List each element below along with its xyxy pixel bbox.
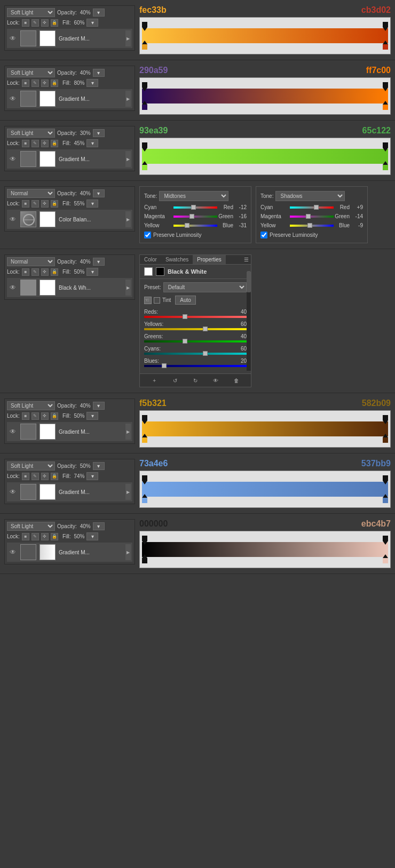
lock-check-1[interactable]: ■	[22, 19, 29, 27]
lock-brush-bw[interactable]: ✎	[31, 268, 39, 276]
lock-move-1[interactable]: ✜	[41, 19, 49, 27]
bot-marker-right-6[interactable]	[383, 558, 388, 563]
bot-marker-right-1[interactable]	[383, 44, 388, 50]
lock-move-5[interactable]: ✜	[41, 473, 49, 480]
top-marker-right-6[interactable]	[383, 536, 388, 541]
bot-marker-left-4[interactable]	[142, 437, 147, 443]
lock-check-cb[interactable]: ■	[22, 200, 29, 208]
fill-arrow-cb[interactable]: ▾	[86, 200, 98, 208]
blend-mode-select-bw[interactable]: Normal	[7, 257, 55, 266]
reds-thumb[interactable]	[183, 314, 187, 319]
top-marker-left-4[interactable]	[142, 415, 147, 420]
layer-expand-4[interactable]: ▶	[125, 424, 131, 440]
greens-thumb[interactable]	[183, 339, 187, 344]
opacity-arrow-5[interactable]: ▾	[93, 462, 105, 470]
cb-cyan-red-thumb-shad[interactable]	[314, 205, 319, 210]
opacity-arrow-3[interactable]: ▾	[93, 129, 105, 137]
blend-mode-select-2[interactable]: Soft Light	[7, 68, 55, 77]
opacity-arrow-4[interactable]: ▾	[93, 402, 105, 410]
top-marker-right-2[interactable]	[383, 82, 388, 87]
lock-check-6[interactable]: ■	[22, 533, 29, 540]
opacity-arrow-cb[interactable]: ▾	[93, 189, 105, 197]
eye-icon-bw[interactable]: 👁	[9, 283, 17, 292]
bot-marker-right-4[interactable]	[383, 437, 388, 443]
lock-brush-2[interactable]: ✎	[31, 79, 39, 87]
eye-icon-4[interactable]: 👁	[9, 427, 17, 436]
layer-expand-cb[interactable]: ▶	[125, 211, 131, 227]
visibility-icon[interactable]: 👁	[211, 376, 220, 385]
fill-arrow-1[interactable]: ▾	[86, 19, 98, 27]
tone-select-mid[interactable]: Midtones	[159, 191, 228, 201]
lock-brush-cb[interactable]: ✎	[31, 200, 39, 208]
refresh-icon[interactable]: ↺	[171, 376, 179, 385]
fill-arrow-3[interactable]: ▾	[86, 139, 98, 147]
top-marker-right-1[interactable]	[383, 22, 388, 27]
yellows-thumb[interactable]	[203, 327, 208, 331]
panel-menu-icon[interactable]: ☰	[242, 255, 251, 264]
opacity-arrow-bw[interactable]: ▾	[93, 258, 105, 266]
blend-mode-select-5[interactable]: Soft Light	[7, 461, 55, 471]
cb-magenta-green-thumb-mid[interactable]	[189, 214, 194, 219]
bot-marker-left-6[interactable]	[142, 558, 147, 563]
blend-mode-select-cb[interactable]: Normal	[7, 189, 55, 198]
lock-check-bw[interactable]: ■	[22, 268, 29, 276]
fill-arrow-4[interactable]: ▾	[86, 412, 98, 420]
blend-mode-select-1[interactable]: Soft Light	[7, 8, 55, 17]
lock-check-3[interactable]: ■	[22, 140, 29, 147]
cyans-thumb[interactable]	[203, 351, 208, 356]
blend-mode-select-4[interactable]: Soft Light	[7, 401, 55, 410]
tab-color[interactable]: Color	[140, 255, 161, 264]
lock-move-bw[interactable]: ✜	[41, 268, 49, 276]
lock-check-5[interactable]: ■	[22, 473, 29, 480]
fill-arrow-6[interactable]: ▾	[86, 532, 98, 540]
fill-arrow-2[interactable]: ▾	[86, 79, 98, 87]
auto-button[interactable]: Auto	[175, 296, 196, 305]
props-scrollbar[interactable]	[247, 271, 251, 371]
lock-brush-3[interactable]: ✎	[31, 140, 39, 147]
bot-marker-left-2[interactable]	[142, 105, 147, 110]
lock-all-4[interactable]: 🔒	[51, 412, 58, 420]
lock-move-6[interactable]: ✜	[41, 533, 49, 540]
bot-marker-right-3[interactable]	[383, 165, 388, 170]
layer-expand-1[interactable]: ▶	[125, 30, 131, 46]
top-marker-left-6[interactable]	[142, 536, 147, 541]
tone-select-shad[interactable]: Shadows	[275, 191, 345, 201]
lock-move-3[interactable]: ✜	[41, 140, 49, 147]
lock-move-2[interactable]: ✜	[41, 79, 49, 87]
bot-marker-right-2[interactable]	[383, 105, 388, 110]
eye-icon-2[interactable]: 👁	[9, 94, 17, 103]
eye-icon-5[interactable]: 👁	[9, 488, 17, 496]
eye-icon-1[interactable]: 👁	[9, 34, 17, 43]
layer-expand-6[interactable]: ▶	[125, 544, 131, 560]
layer-expand-bw[interactable]: ▶	[125, 280, 131, 296]
layer-expand-3[interactable]: ▶	[125, 151, 131, 167]
bot-marker-left-3[interactable]	[142, 165, 147, 170]
blend-mode-select-6[interactable]: Soft Light	[7, 522, 55, 531]
lock-brush-6[interactable]: ✎	[31, 533, 39, 540]
fill-arrow-bw[interactable]: ▾	[86, 268, 98, 276]
top-marker-left-1[interactable]	[142, 22, 147, 27]
tint-checkbox[interactable]	[154, 297, 160, 304]
tab-swatches[interactable]: Swatches	[161, 255, 193, 264]
layer-expand-2[interactable]: ▶	[125, 91, 131, 107]
top-marker-right-5[interactable]	[383, 475, 388, 481]
bot-marker-left-5[interactable]	[142, 498, 147, 503]
lock-all-3[interactable]: 🔒	[51, 140, 58, 147]
cb-yellow-blue-thumb-mid[interactable]	[185, 223, 189, 228]
lock-all-bw[interactable]: 🔒	[51, 268, 58, 276]
top-marker-right-4[interactable]	[383, 415, 388, 420]
undo-icon[interactable]: ↻	[191, 376, 200, 385]
lock-brush-1[interactable]: ✎	[31, 19, 39, 27]
eye-icon-3[interactable]: 👁	[9, 155, 17, 163]
fill-arrow-5[interactable]: ▾	[86, 472, 98, 480]
cb-magenta-green-thumb-shad[interactable]	[306, 214, 311, 219]
add-icon[interactable]: +	[150, 376, 159, 385]
preserve-check-mid[interactable]	[144, 232, 151, 238]
opacity-arrow-2[interactable]: ▾	[93, 69, 105, 77]
top-marker-right-3[interactable]	[383, 142, 388, 148]
blend-mode-select-3[interactable]: Soft Light	[7, 129, 55, 138]
lock-brush-5[interactable]: ✎	[31, 473, 39, 480]
eye-icon-6[interactable]: 👁	[9, 548, 17, 556]
top-marker-left-5[interactable]	[142, 475, 147, 481]
lock-all-6[interactable]: 🔒	[51, 533, 58, 540]
